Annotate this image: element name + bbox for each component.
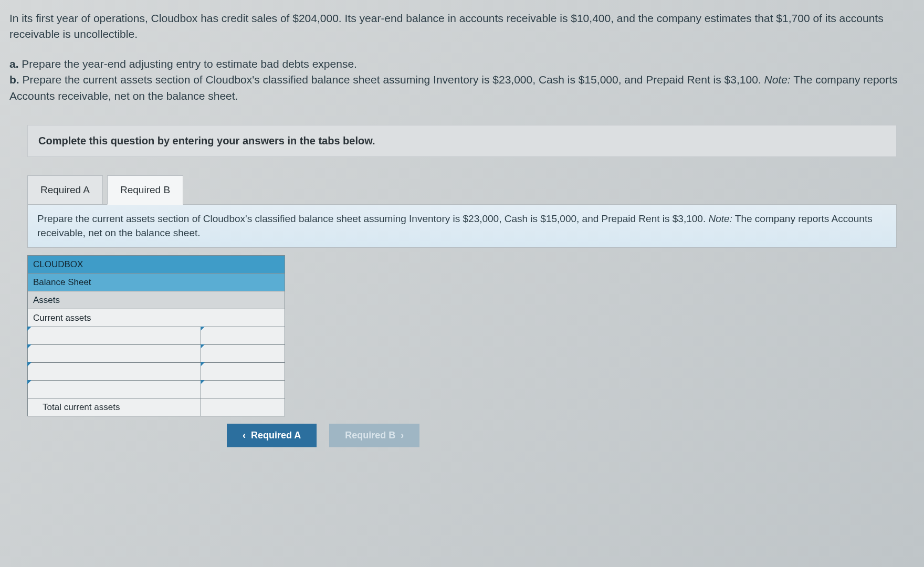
table-row [28, 327, 285, 345]
asset-amount-input-1[interactable] [201, 327, 285, 345]
asset-amount-input-3[interactable] [201, 363, 285, 381]
total-current-assets-amount[interactable] [201, 398, 285, 416]
total-current-assets-label: Total current assets [28, 398, 201, 416]
instruction-bar: Complete this question by entering your … [27, 125, 897, 157]
req-b-note-label: Note: [764, 74, 791, 86]
chevron-left-icon: ‹ [243, 430, 246, 441]
tab-required-b[interactable]: Required B [107, 175, 183, 205]
balance-sheet-table: CLOUDBOX Balance Sheet Assets Current as… [27, 255, 285, 416]
balance-sheet-container: CLOUDBOX Balance Sheet Assets Current as… [27, 255, 897, 416]
asset-label-input-3[interactable] [28, 363, 201, 381]
table-row [28, 345, 285, 363]
asset-label-input-2[interactable] [28, 345, 201, 363]
sheet-company: CLOUDBOX [28, 256, 285, 274]
asset-amount-input-2[interactable] [201, 345, 285, 363]
asset-label-input-1[interactable] [28, 327, 201, 345]
table-row-total: Total current assets [28, 398, 285, 416]
prev-button-label: Required A [251, 430, 301, 441]
tab-strip: Required A Required B [27, 175, 897, 204]
req-a-label: a. [9, 58, 19, 70]
panel-text-1: Prepare the current assets section of Cl… [37, 213, 708, 224]
sheet-section: Assets [28, 291, 285, 309]
asset-amount-input-4[interactable] [201, 381, 285, 398]
next-button-label: Required B [345, 430, 395, 441]
req-b-label: b. [9, 74, 19, 86]
sheet-title: Balance Sheet [28, 274, 285, 291]
table-row [28, 363, 285, 381]
requirements-list: a. Prepare the year-end adjusting entry … [9, 56, 915, 104]
table-row [28, 381, 285, 398]
nav-buttons: ‹ Required A Required B › [227, 424, 897, 447]
tab-panel-required-b: Prepare the current assets section of Cl… [27, 204, 897, 248]
question-intro: In its first year of operations, Cloudbo… [9, 10, 915, 43]
answer-area: Complete this question by entering your … [9, 125, 915, 447]
chevron-right-icon: › [401, 430, 404, 441]
sheet-subhead: Current assets [28, 309, 285, 327]
panel-note-label: Note: [708, 213, 732, 224]
asset-label-input-4[interactable] [28, 381, 201, 398]
req-b-text-1: Prepare the current assets section of Cl… [19, 74, 764, 86]
prev-required-a-button[interactable]: ‹ Required A [227, 424, 317, 447]
req-a-text: Prepare the year-end adjusting entry to … [19, 58, 357, 70]
next-required-b-button: Required B › [329, 424, 419, 447]
tab-required-a[interactable]: Required A [27, 175, 103, 205]
